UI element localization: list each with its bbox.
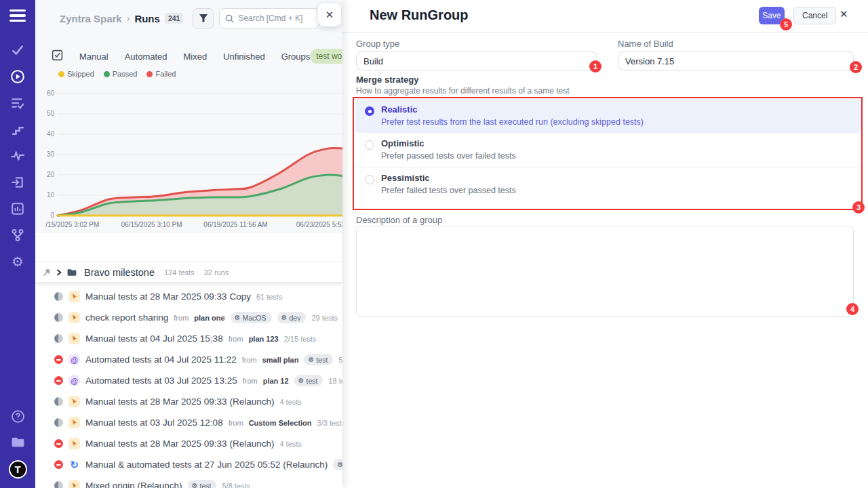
run-list-item[interactable]: check report sharing from plan one ⚙MacO… bbox=[35, 307, 342, 328]
plan-name[interactable]: Custom Selection bbox=[249, 419, 312, 427]
save-button[interactable]: Save bbox=[759, 7, 785, 24]
env-tag[interactable]: ⚙test bbox=[294, 375, 323, 386]
run-title[interactable]: Automated tests at 03 Jul 2025 13:25 bbox=[85, 375, 237, 386]
run-title[interactable]: Manual tests at 28 Mar 2025 09:33 Copy bbox=[85, 291, 251, 302]
plan-name[interactable]: plan one bbox=[194, 314, 224, 322]
merge-strategy-label: Merge strategy bbox=[356, 75, 418, 85]
status-in-progress-icon bbox=[54, 397, 63, 406]
radio-icon[interactable] bbox=[365, 175, 374, 184]
failed-dot bbox=[146, 71, 153, 77]
run-list-item[interactable]: Manual tests at 04 Jul 2025 15:38 from p… bbox=[35, 328, 342, 349]
legend-passed[interactable]: Passed bbox=[104, 70, 138, 78]
run-list-item[interactable]: @ Automated tests at 03 Jul 2025 13:25 f… bbox=[35, 370, 342, 391]
status-in-progress-icon bbox=[54, 313, 63, 322]
option-name: Pessimistic bbox=[381, 173, 516, 183]
tab-automated[interactable]: Automated bbox=[125, 52, 167, 62]
run-title[interactable]: Manual tests at 28 Mar 2025 09:33 (Relau… bbox=[85, 439, 274, 449]
select-runs-icon[interactable] bbox=[52, 49, 63, 64]
env-tag[interactable]: ⚙test bbox=[333, 459, 342, 470]
run-list-item[interactable]: Manual tests at 28 Mar 2025 09:33 Copy 6… bbox=[35, 286, 342, 307]
cancel-button[interactable]: Cancel bbox=[793, 7, 836, 24]
runs-count-badge: 241 bbox=[165, 13, 184, 24]
gear-icon: ⚙ bbox=[308, 356, 314, 363]
plans-icon[interactable] bbox=[10, 96, 25, 110]
env-tag[interactable]: ⚙test bbox=[188, 480, 217, 488]
tests-icon[interactable] bbox=[10, 43, 25, 58]
run-title[interactable]: Automated tests at 04 Jul 2025 11:22 bbox=[85, 354, 237, 365]
app-logo[interactable]: T bbox=[9, 460, 27, 479]
tab-groups[interactable]: Groups bbox=[281, 52, 311, 62]
manual-run-icon bbox=[68, 396, 80, 407]
runs-filter-tabs: Manual Automated Mixed Unfinished Groups… bbox=[35, 49, 342, 64]
menu-icon[interactable] bbox=[9, 9, 26, 22]
x-axis-labels: /15/2025 3:02 PM06/15/2025 3:10 PM06/19/… bbox=[58, 221, 342, 230]
branches-icon[interactable] bbox=[10, 228, 25, 243]
analytics-icon[interactable] bbox=[10, 148, 25, 163]
filter-button[interactable] bbox=[193, 8, 214, 29]
run-list-item[interactable]: ↻ Manual & automated tests at 27 Jun 202… bbox=[35, 454, 342, 475]
option-optimistic[interactable]: Optimistic Prefer passed tests over fail… bbox=[355, 133, 861, 167]
runs-icon[interactable] bbox=[10, 69, 25, 84]
breadcrumb-section-runs[interactable]: Runs bbox=[134, 13, 160, 24]
drawer-close-button[interactable]: ✕ bbox=[318, 3, 341, 26]
run-list-item[interactable]: @ Automated tests at 04 Jul 2025 11:22 f… bbox=[35, 349, 342, 370]
run-list-item[interactable]: Manual tests at 03 Jul 2025 12:08 from C… bbox=[35, 412, 342, 433]
group-type-label: Group type bbox=[356, 39, 597, 49]
run-title[interactable]: Mixed origin (Relaunch) bbox=[85, 481, 182, 488]
option-realistic[interactable]: Realistic Prefer test results from the l… bbox=[355, 99, 861, 133]
status-stopped-icon bbox=[54, 376, 63, 385]
tag-filter-test-work[interactable]: test work bbox=[310, 49, 342, 64]
search-input[interactable] bbox=[238, 14, 313, 23]
help-icon[interactable] bbox=[10, 409, 25, 424]
folder-icon bbox=[66, 267, 77, 278]
radio-icon[interactable] bbox=[365, 140, 374, 150]
run-title[interactable]: Manual & automated tests at 27 Jun 2025 … bbox=[85, 460, 328, 470]
plan-name[interactable]: plan 123 bbox=[249, 335, 279, 343]
close-form-button[interactable]: ✕ bbox=[840, 8, 848, 20]
run-list: Bravo milestone 124 tests 32 runs Manual… bbox=[35, 233, 342, 488]
run-list-item[interactable]: Manual tests at 28 Mar 2025 09:33 (Relau… bbox=[35, 391, 342, 412]
chart-legend: Skipped Passed Failed bbox=[58, 70, 176, 78]
run-title[interactable]: Manual tests at 28 Mar 2025 09:33 (Relau… bbox=[85, 396, 274, 407]
status-in-progress-icon bbox=[54, 418, 63, 427]
chevron-right-icon[interactable] bbox=[56, 269, 62, 276]
description-textarea[interactable] bbox=[356, 226, 854, 317]
breadcrumb-project[interactable]: Zyntra Spark bbox=[60, 13, 122, 24]
plan-name[interactable]: plan 12 bbox=[263, 377, 289, 385]
run-title[interactable]: Manual tests at 04 Jul 2025 15:38 bbox=[85, 333, 223, 344]
tab-unfinished[interactable]: Unfinished bbox=[223, 52, 264, 62]
env-tag[interactable]: ⚙test bbox=[304, 354, 333, 365]
search-input-wrapper[interactable] bbox=[219, 8, 319, 28]
run-list-item[interactable]: Mixed origin (Relaunch) ⚙test 5/8 tests bbox=[35, 475, 342, 488]
option-desc: Prefer passed tests over failed tests bbox=[381, 151, 516, 161]
legend-failed[interactable]: Failed bbox=[146, 70, 176, 78]
milestones-icon[interactable] bbox=[10, 122, 25, 137]
legend-skipped[interactable]: Skipped bbox=[58, 70, 94, 78]
run-list-item[interactable]: Manual tests at 28 Mar 2025 09:33 (Relau… bbox=[35, 433, 342, 454]
projects-folder-icon[interactable] bbox=[10, 434, 25, 449]
milestone-tests-count: 124 tests bbox=[164, 268, 195, 277]
manual-run-icon bbox=[68, 333, 80, 344]
group-type-input[interactable] bbox=[356, 52, 597, 70]
automated-run-icon: @ bbox=[68, 375, 80, 386]
skipped-dot bbox=[58, 71, 64, 77]
run-title[interactable]: Manual tests at 03 Jul 2025 12:08 bbox=[85, 418, 223, 428]
run-title[interactable]: check report sharing bbox=[85, 312, 168, 323]
env-tag[interactable]: ⚙dev bbox=[277, 312, 307, 323]
milestone-row[interactable]: Bravo milestone 124 tests 32 runs bbox=[35, 263, 342, 282]
funnel-icon bbox=[199, 14, 208, 23]
option-pessimistic[interactable]: Pessimistic Prefer failed tests over pas… bbox=[355, 167, 861, 201]
settings-gear-icon[interactable]: ⚙ bbox=[10, 254, 25, 269]
milestone-name[interactable]: Bravo milestone bbox=[84, 267, 155, 278]
reports-icon[interactable] bbox=[10, 201, 25, 216]
status-stopped-icon bbox=[54, 460, 63, 469]
env-tag[interactable]: ⚙MacOS bbox=[231, 312, 272, 323]
import-icon[interactable] bbox=[10, 175, 25, 190]
radio-checked-icon[interactable] bbox=[365, 106, 374, 116]
from-label: from bbox=[242, 356, 257, 364]
tab-mixed[interactable]: Mixed bbox=[184, 52, 208, 62]
plan-name[interactable]: small plan bbox=[262, 356, 299, 364]
tab-manual[interactable]: Manual bbox=[79, 52, 108, 62]
build-name-input[interactable] bbox=[618, 52, 854, 70]
trend-chart-svg bbox=[58, 89, 342, 216]
